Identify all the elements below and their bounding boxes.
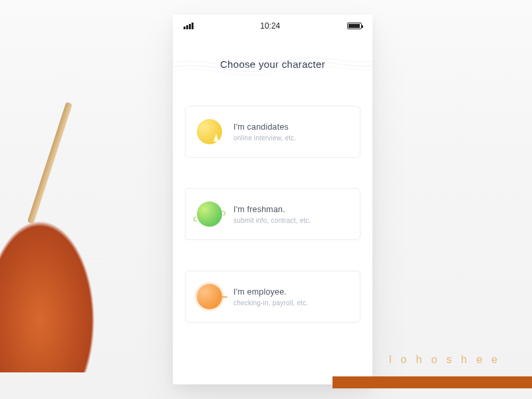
brand-wordmark: lohoshee <box>389 354 507 366</box>
battery-icon <box>347 23 362 29</box>
signal-icon <box>184 23 194 29</box>
character-options: I'm candidates online interview, etc. I'… <box>173 106 372 323</box>
option-freshman[interactable]: I'm freshman. submit info, contract, etc… <box>185 188 360 240</box>
option-employee[interactable]: I'm employee. checking-in, payroll, etc. <box>185 271 360 323</box>
clock: 10:24 <box>260 21 280 31</box>
status-bar: 10:24 <box>173 15 372 37</box>
planet-yellow-icon <box>195 117 224 146</box>
honey-jar <box>0 200 106 372</box>
page-title: Choose your character <box>173 59 372 70</box>
accent-strip <box>332 376 532 388</box>
planet-green-icon <box>195 200 224 229</box>
option-title: I'm candidates <box>233 122 296 132</box>
option-subtitle: online interview, etc. <box>233 134 296 142</box>
option-candidates[interactable]: I'm candidates online interview, etc. <box>185 106 360 158</box>
option-title: I'm freshman. <box>233 205 311 214</box>
option-title: I'm employee. <box>233 287 308 297</box>
planet-orange-icon <box>195 282 224 311</box>
option-subtitle: submit info, contract, etc. <box>233 217 311 224</box>
option-subtitle: checking-in, payroll, etc. <box>233 299 308 307</box>
phone-frame: 10:24 Choose your character I'm candidat… <box>173 15 372 384</box>
